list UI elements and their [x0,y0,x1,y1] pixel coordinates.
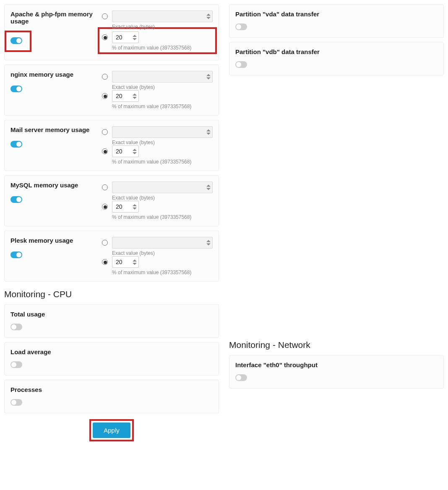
exact-value-input[interactable] [112,181,213,193]
step-up-icon[interactable] [206,130,211,132]
radio-percent-value[interactable] [102,259,108,265]
percent-value-text: 20 [116,259,133,265]
exact-value-input[interactable] [112,237,213,249]
memory-card-apache: Apache & php-fpm memory usageExact value… [4,4,219,60]
card-title: Apache & php-fpm memory usage [10,10,94,25]
card-title: Mail server memory usage [10,126,94,133]
exact-value-caption: Exact value (bytes) [112,140,213,145]
simple-card-load-average: Load average [4,342,219,376]
percent-highlight-frame: 20% of maximum value (3973357568) [102,145,213,165]
step-down-icon[interactable] [133,207,137,210]
step-down-icon[interactable] [133,152,137,154]
card-title: Partition "vda" data transfer [235,10,438,18]
step-down-icon[interactable] [206,243,211,246]
radio-percent-value[interactable] [102,93,108,99]
enable-toggle[interactable] [235,61,247,68]
memory-card-nginx: nginx memory usageExact value (bytes)20%… [4,65,219,116]
step-up-icon[interactable] [133,35,137,37]
radio-exact-value[interactable] [102,13,108,19]
exact-value-input[interactable] [112,10,213,22]
enable-toggle[interactable] [10,141,22,148]
percent-highlight-frame: 20% of maximum value (3973357568) [102,90,213,109]
toggle-highlight-frame [10,141,94,149]
exact-value-input[interactable] [112,126,213,138]
percent-value-caption: % of maximum value (3973357568) [112,45,211,51]
step-up-icon[interactable] [206,185,211,187]
simple-card-processes: Processes [4,380,219,413]
percent-highlight-frame: 20% of maximum value (3973357568) [102,256,213,275]
percent-value-input[interactable]: 20 [112,145,139,157]
step-down-icon[interactable] [206,17,211,19]
section-title-cpu: Monitoring - CPU [4,289,219,299]
enable-toggle[interactable] [10,86,22,92]
card-title: Plesk memory usage [10,237,94,244]
memory-card-plesk: Plesk memory usageExact value (bytes)20%… [4,231,219,282]
simple-card-vda: Partition "vda" data transfer [229,4,444,38]
simple-card-vdb: Partition "vdb" data transfer [229,42,444,75]
radio-percent-value[interactable] [102,204,108,210]
exact-value-input[interactable] [112,71,213,83]
radio-exact-value[interactable] [102,184,108,190]
step-up-icon[interactable] [133,149,137,151]
card-title: nginx memory usage [10,71,94,78]
percent-value-caption: % of maximum value (3973357568) [112,104,213,109]
apply-button[interactable]: Apply [93,423,130,438]
radio-percent-value[interactable] [102,34,108,40]
percent-value-input[interactable]: 20 [112,31,139,43]
exact-value-caption: Exact value (bytes) [112,84,213,90]
exact-value-caption: Exact value (bytes) [112,250,213,256]
memory-card-mysql: MySQL memory usageExact value (bytes)20%… [4,175,219,226]
toggle-highlight-frame [10,86,94,93]
step-down-icon[interactable] [206,132,211,135]
percent-highlight-frame: 20% of maximum value (3973357568) [98,27,217,54]
toggle-highlight-frame [10,251,94,259]
percent-value-input[interactable]: 20 [112,256,139,268]
percent-value-caption: % of maximum value (3973357568) [112,214,213,220]
toggle-highlight-frame [10,196,94,204]
card-title: Interface "eth0" throughput [235,361,438,368]
enable-toggle[interactable] [235,374,247,381]
enable-toggle[interactable] [10,251,22,258]
percent-value-text: 20 [116,34,133,41]
step-down-icon[interactable] [133,96,137,99]
card-title: Load average [10,348,213,355]
card-title: Partition "vdb" data transfer [235,48,438,55]
percent-value-text: 20 [116,203,133,210]
card-title: MySQL memory usage [10,181,94,189]
radio-exact-value[interactable] [102,74,108,80]
percent-value-caption: % of maximum value (3973357568) [112,270,213,275]
simple-card-total-usage: Total usage [4,304,219,338]
enable-toggle[interactable] [10,361,22,368]
step-up-icon[interactable] [133,93,137,96]
step-down-icon[interactable] [206,77,211,80]
enable-toggle[interactable] [10,324,22,330]
percent-value-input[interactable]: 20 [112,201,139,213]
enable-toggle[interactable] [10,37,22,44]
enable-toggle[interactable] [235,23,247,30]
radio-percent-value[interactable] [102,148,108,154]
enable-toggle[interactable] [10,399,22,406]
radio-exact-value[interactable] [102,240,108,246]
percent-highlight-frame: 20% of maximum value (3973357568) [102,201,213,220]
memory-card-mail: Mail server memory usageExact value (byt… [4,120,219,171]
step-up-icon[interactable] [206,74,211,77]
simple-card-eth0: Interface "eth0" throughput [229,355,444,389]
percent-value-caption: % of maximum value (3973357568) [112,159,213,165]
toggle-highlight-frame [5,31,31,52]
card-title: Processes [10,386,213,393]
step-up-icon[interactable] [206,240,211,243]
step-down-icon[interactable] [133,38,137,40]
step-up-icon[interactable] [133,259,137,262]
radio-exact-value[interactable] [102,129,108,135]
section-title-network: Monitoring - Network [229,340,444,350]
percent-value-text: 20 [116,93,133,99]
step-down-icon[interactable] [133,262,137,265]
exact-value-caption: Exact value (bytes) [112,195,213,201]
step-down-icon[interactable] [206,188,211,190]
percent-value-text: 20 [116,148,133,155]
enable-toggle[interactable] [10,196,22,203]
percent-value-input[interactable]: 20 [112,90,139,102]
step-up-icon[interactable] [133,204,137,207]
card-title: Total usage [10,311,213,318]
step-up-icon[interactable] [206,14,211,16]
